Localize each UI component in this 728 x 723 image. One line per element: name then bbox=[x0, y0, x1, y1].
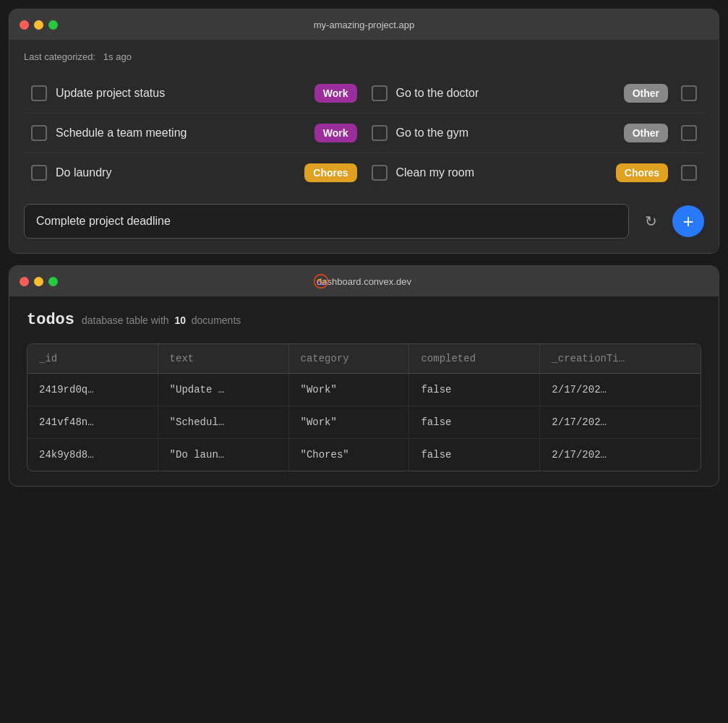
refresh-icon: ↻ bbox=[645, 213, 657, 230]
col-header-completed: completed bbox=[409, 344, 540, 374]
convex-logo-container bbox=[314, 274, 328, 288]
cell-text: "Update … bbox=[158, 374, 288, 406]
last-categorized-label: Last categorized: bbox=[24, 51, 95, 62]
cell-completed: false bbox=[409, 374, 540, 406]
cell-category: "Work" bbox=[288, 374, 409, 406]
todo-text-5: Do laundry bbox=[56, 166, 296, 179]
todo-checkbox-6[interactable] bbox=[372, 165, 387, 181]
todo-item-meeting: Schedule a team meeting Work bbox=[24, 114, 364, 153]
table-header-row: _id text category completed _creationTi… bbox=[27, 344, 701, 374]
dashboard-traffic-lights bbox=[20, 277, 58, 286]
todo-text-3: Schedule a team meeting bbox=[56, 127, 306, 140]
maximize-button[interactable] bbox=[48, 20, 58, 30]
todo-item-gym: Go to the gym Other bbox=[364, 114, 705, 153]
app-window: my-amazing-project.app Last categorized:… bbox=[9, 9, 719, 254]
table-row[interactable]: 24k9y8d8… "Do laun… "Chores" false 2/17/… bbox=[27, 439, 701, 471]
cell-created: 2/17/202… bbox=[540, 406, 701, 439]
todo-badge-5[interactable]: Chores bbox=[304, 163, 356, 182]
last-categorized: Last categorized: 1s ago bbox=[24, 51, 704, 62]
dashboard-window: dashboard.convex.dev todos database tabl… bbox=[9, 265, 719, 487]
app-titlebar: my-amazing-project.app bbox=[9, 9, 719, 40]
todo-item-doctor: Go to the doctor Other bbox=[364, 74, 705, 114]
todo-badge-6[interactable]: Chores bbox=[616, 163, 668, 182]
todo-grid: Update project status Work Go to the doc… bbox=[24, 74, 704, 192]
todo-item-laundry: Do laundry Chores bbox=[24, 153, 364, 192]
db-subtitle: database table with 10 documents bbox=[82, 315, 241, 326]
todo-checkbox-4[interactable] bbox=[372, 125, 387, 141]
cell-created: 2/17/202… bbox=[540, 374, 701, 406]
app-window-title: my-amazing-project.app bbox=[314, 20, 414, 30]
todo-text-1: Update project status bbox=[56, 87, 306, 100]
todo-text-2: Go to the doctor bbox=[396, 87, 615, 100]
cell-created: 2/17/202… bbox=[540, 439, 701, 471]
todo-item-clean-room: Clean my room Chores bbox=[364, 153, 705, 192]
todo-badge-2[interactable]: Other bbox=[624, 84, 668, 103]
dashboard-titlebar: dashboard.convex.dev bbox=[9, 266, 719, 296]
traffic-lights bbox=[20, 20, 58, 30]
cell-id: 24k9y8d8… bbox=[27, 439, 158, 471]
db-table-name: todos bbox=[27, 311, 74, 329]
todo-badge-1[interactable]: Work bbox=[314, 84, 357, 103]
dashboard-minimize-button[interactable] bbox=[34, 277, 43, 286]
db-subtitle-prefix: database table with bbox=[82, 315, 169, 326]
todo-item-update-project: Update project status Work bbox=[24, 74, 364, 114]
todo-badge-3[interactable]: Work bbox=[314, 124, 357, 142]
todo-checkbox-5[interactable] bbox=[31, 165, 47, 181]
app-content: Last categorized: 1s ago Update project … bbox=[9, 40, 719, 253]
cell-category: "Chores" bbox=[288, 439, 409, 471]
todo-badge-4[interactable]: Other bbox=[624, 124, 668, 142]
add-todo-button[interactable]: + bbox=[672, 205, 704, 237]
todo-checkbox-1[interactable] bbox=[31, 85, 47, 101]
db-document-count: 10 bbox=[174, 315, 186, 326]
table-row[interactable]: 241vf48n… "Schedul… "Work" false 2/17/20… bbox=[27, 406, 701, 439]
todo-checkbox-4b[interactable] bbox=[681, 125, 697, 141]
cell-text: "Schedul… bbox=[158, 406, 288, 439]
todo-text-4: Go to the gym bbox=[396, 127, 615, 140]
todo-text-6: Clean my room bbox=[396, 166, 607, 179]
cell-id: 241vf48n… bbox=[27, 406, 158, 439]
db-subtitle-suffix: documents bbox=[192, 315, 241, 326]
last-categorized-time: 1s ago bbox=[103, 51, 132, 62]
cell-completed: false bbox=[409, 439, 540, 471]
todo-checkbox-6b[interactable] bbox=[681, 165, 697, 181]
cell-id: 2419rd0q… bbox=[27, 374, 158, 406]
table-row[interactable]: 2419rd0q… "Update … "Work" false 2/17/20… bbox=[27, 374, 701, 406]
plus-icon: + bbox=[682, 210, 693, 233]
dashboard-window-title: dashboard.convex.dev bbox=[317, 276, 411, 287]
todo-checkbox-2b[interactable] bbox=[681, 85, 697, 101]
col-header-text: text bbox=[158, 344, 288, 374]
col-header-id: _id bbox=[27, 344, 158, 374]
db-table: _id text category completed _creationTi…… bbox=[27, 343, 701, 471]
convex-logo-icon bbox=[314, 274, 328, 288]
col-header-creation: _creationTi… bbox=[540, 344, 701, 374]
todo-new-input[interactable] bbox=[24, 204, 629, 239]
cell-text: "Do laun… bbox=[158, 439, 288, 471]
refresh-button[interactable]: ↻ bbox=[636, 207, 665, 236]
db-title-row: todos database table with 10 documents bbox=[27, 311, 701, 329]
col-header-category: category bbox=[288, 344, 409, 374]
todo-checkbox-2[interactable] bbox=[372, 85, 387, 101]
input-row: ↻ + bbox=[24, 204, 704, 239]
close-button[interactable] bbox=[20, 20, 29, 30]
minimize-button[interactable] bbox=[34, 20, 43, 30]
dashboard-close-button[interactable] bbox=[20, 277, 29, 286]
cell-category: "Work" bbox=[288, 406, 409, 439]
cell-completed: false bbox=[409, 406, 540, 439]
dashboard-content: todos database table with 10 documents _… bbox=[9, 296, 719, 486]
todo-checkbox-3[interactable] bbox=[31, 125, 47, 141]
dashboard-maximize-button[interactable] bbox=[48, 277, 58, 286]
